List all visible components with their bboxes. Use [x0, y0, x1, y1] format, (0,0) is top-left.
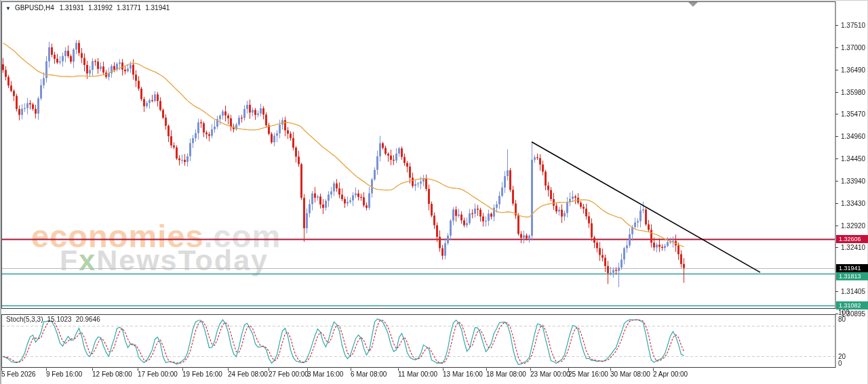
date-label: 24 Feb 08:00: [228, 370, 268, 378]
ohlc-close: 1.31941: [145, 4, 170, 12]
chart-canvas[interactable]: [0, 0, 868, 384]
date-label: 25 Mar 16:00: [568, 370, 608, 378]
stoch-indicator-label: Stoch(5,3,3)15.102320.9646: [6, 316, 104, 323]
date-label: 12 Feb 08:00: [92, 370, 132, 378]
price-tick-label: 1.32410: [841, 244, 865, 251]
date-label: 13 Mar 16:00: [443, 370, 483, 378]
price-tick-label: 1.33940: [841, 177, 865, 185]
price-tick-label: 1.37510: [841, 22, 865, 29]
price-tick-label: 1.34450: [841, 155, 865, 163]
price-tick-label: 1.35470: [841, 110, 865, 118]
price-tick-label: 1.34960: [841, 133, 865, 140]
date-label: 18 Mar 08:00: [486, 370, 526, 378]
date-label: 23 Mar 00:00: [530, 370, 570, 378]
date-label: 30 Mar 08:00: [610, 370, 650, 378]
trading-chart-window: economies.com FxNewsToday ▼GBPUSD,H41.31…: [0, 0, 868, 384]
date-label: 9 Feb 16:00: [46, 370, 82, 378]
price-tick-label: 1.35980: [841, 89, 865, 96]
price-tick-label: 1.33430: [841, 200, 865, 207]
date-label: 19 Feb 16:00: [182, 370, 222, 378]
date-label: 5 Feb 2026: [1, 370, 36, 378]
date-label: 11 Mar 00:00: [398, 370, 437, 378]
stoch-main-value: 15.1023: [47, 316, 71, 323]
symbol-dropdown-icon[interactable]: ▼: [5, 5, 11, 12]
ohlc-low: 1.31771: [117, 4, 141, 12]
stoch-signal-value: 20.9646: [76, 316, 100, 323]
date-label: 27 Feb 00:00: [269, 370, 309, 378]
date-label: 3 Mar 16:00: [307, 370, 343, 378]
chart-title-bar: ▼GBPUSD,H41.319311.319921.317711.31941: [5, 4, 174, 12]
price-tick-label: 1.37000: [841, 44, 865, 51]
stoch-scale-label: 0: [838, 360, 842, 367]
chart-symbol-period: GBPUSD,H4: [15, 4, 54, 12]
price-tick-label: 1.36490: [841, 66, 865, 74]
date-label: 6 Mar 08:00: [351, 370, 387, 378]
date-label: 2 Apr 00:00: [653, 370, 688, 378]
ohlc-open: 1.31931: [60, 4, 84, 12]
stoch-scale-label: 80: [838, 316, 846, 323]
price-badge: 1.32606: [836, 235, 868, 243]
ohlc-high: 1.31992: [88, 4, 113, 12]
price-tick-label: 1.32920: [841, 222, 865, 230]
price-tick-label: 1.31405: [841, 288, 865, 295]
date-label: 17 Feb 00:00: [138, 370, 178, 378]
price-badge: 1.31941: [836, 264, 868, 272]
price-badge: 1.31813: [836, 272, 868, 280]
price-badge: 1.31082: [836, 301, 868, 310]
stoch-indicator-name: Stoch(5,3,3): [6, 316, 43, 323]
